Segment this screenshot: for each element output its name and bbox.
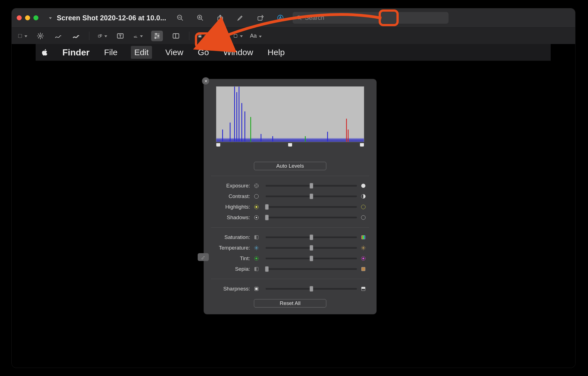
svg-rect-60 — [361, 267, 365, 271]
selection-tool[interactable] — [18, 31, 27, 41]
exposure-slider[interactable] — [266, 185, 357, 187]
contrast-low-icon — [253, 193, 259, 199]
contrast-slider[interactable] — [266, 196, 357, 197]
svg-line-6 — [201, 19, 203, 21]
zoom-out-icon[interactable] — [176, 14, 184, 22]
svg-rect-53 — [361, 235, 365, 239]
temperature-warm-icon — [360, 245, 366, 251]
tint-label: Tint: — [211, 255, 250, 262]
svg-rect-52 — [254, 235, 256, 239]
sepia-high-icon — [360, 266, 366, 272]
adjust-color-tool[interactable] — [151, 31, 163, 41]
highlights-slider[interactable] — [266, 206, 357, 208]
shadows-label: Shadows: — [211, 214, 250, 221]
preview-window: Screen Shot 2020-12-06 at 10.0... Search — [12, 8, 575, 368]
saturation-label: Saturation: — [211, 234, 250, 240]
svg-point-46 — [256, 206, 258, 208]
tint-row: Tint: — [211, 253, 369, 264]
levels-handle-midtones[interactable] — [288, 143, 292, 147]
contrast-label: Contrast: — [211, 193, 250, 199]
aperture-closed-icon — [360, 183, 366, 189]
svg-rect-59 — [254, 267, 256, 271]
sepia-row: Sepia: — [211, 264, 369, 274]
eyedropper-button[interactable] — [198, 253, 209, 261]
temperature-label: Temperature: — [211, 245, 250, 251]
exposure-label: Exposure: — [211, 183, 250, 189]
saturation-row: Saturation: — [211, 232, 369, 243]
text-tool[interactable] — [116, 31, 125, 41]
reset-all-button[interactable]: Reset All — [254, 299, 326, 307]
tint-slider[interactable] — [266, 258, 357, 259]
exposure-row: Exposure: — [211, 180, 369, 191]
sketch-tool[interactable] — [53, 31, 63, 41]
sharpness-slider[interactable] — [266, 288, 357, 290]
highlights-high-icon — [360, 204, 366, 210]
levels-handle-shadows[interactable] — [216, 143, 220, 147]
svg-line-21 — [42, 37, 43, 38]
menu-help: Help — [266, 46, 286, 59]
sharpness-high-icon — [360, 286, 366, 292]
svg-point-55 — [256, 258, 258, 260]
sepia-low-icon — [253, 266, 259, 272]
auto-levels-button[interactable]: Auto Levels — [254, 162, 326, 170]
svg-rect-14 — [18, 34, 22, 38]
svg-point-50 — [361, 216, 366, 220]
sepia-slider[interactable] — [266, 268, 357, 270]
svg-rect-34 — [173, 33, 179, 38]
temperature-slider[interactable] — [266, 247, 357, 249]
svg-line-22 — [38, 37, 39, 38]
saturation-high-icon — [360, 234, 366, 240]
menu-window: Window — [222, 46, 254, 59]
svg-rect-64 — [361, 287, 365, 289]
saturation-low-icon — [253, 234, 259, 240]
adjust-color-popover: ✕ — [204, 79, 376, 314]
zoom-window-button[interactable] — [33, 15, 38, 20]
aperture-open-icon — [253, 183, 259, 189]
svg-point-15 — [40, 35, 41, 37]
menu-view: View — [164, 46, 184, 59]
shadows-low-icon — [253, 214, 259, 221]
tint-green-icon — [253, 255, 259, 262]
svg-point-33 — [155, 37, 156, 38]
highlights-row: Highlights: — [211, 202, 369, 212]
draw-tool[interactable] — [71, 31, 81, 41]
sidebar-toggle[interactable] — [46, 15, 52, 20]
captured-menubar: Finder File Edit View Go Window Help — [36, 44, 551, 61]
histogram — [216, 86, 364, 142]
shapes-tool[interactable] — [98, 31, 107, 41]
svg-rect-62 — [255, 288, 258, 290]
traffic-lights — [17, 15, 38, 20]
minimize-window-button[interactable] — [25, 15, 30, 20]
annotation-highlight-adjust-color — [195, 32, 214, 48]
sharpness-label: Sharpness: — [211, 286, 250, 292]
sign-tool[interactable] — [133, 31, 143, 41]
annotation-arrow — [214, 11, 387, 42]
popover-close-button[interactable]: ✕ — [202, 77, 209, 85]
svg-point-47 — [361, 205, 366, 209]
svg-line-3 — [181, 19, 183, 21]
shadows-row: Shadows: — [211, 212, 369, 223]
saturation-slider[interactable] — [266, 236, 357, 238]
svg-point-41 — [254, 184, 259, 188]
svg-line-20 — [38, 33, 39, 35]
sepia-label: Sepia: — [211, 266, 250, 272]
svg-point-57 — [362, 258, 364, 260]
contrast-high-icon — [360, 193, 366, 199]
content-area: Finder File Edit View Go Window Help ✕ — [12, 44, 575, 368]
temperature-row: Temperature: — [211, 243, 369, 253]
svg-point-49 — [256, 217, 257, 218]
svg-point-32 — [158, 35, 159, 36]
levels-handle-highlights[interactable] — [360, 143, 364, 147]
svg-point-25 — [100, 34, 102, 36]
close-window-button[interactable] — [17, 15, 22, 20]
shadows-slider[interactable] — [266, 217, 357, 218]
instant-alpha-tool[interactable] — [36, 31, 45, 41]
adjust-size-tool[interactable] — [171, 31, 181, 41]
shadows-high-icon — [360, 214, 366, 221]
menu-file: File — [103, 46, 119, 59]
svg-line-23 — [42, 33, 43, 35]
zoom-in-icon[interactable] — [196, 14, 204, 22]
window-title: Screen Shot 2020-12-06 at 10.0... — [57, 14, 166, 22]
apple-logo-icon — [41, 48, 49, 57]
tint-magenta-icon — [360, 255, 366, 262]
